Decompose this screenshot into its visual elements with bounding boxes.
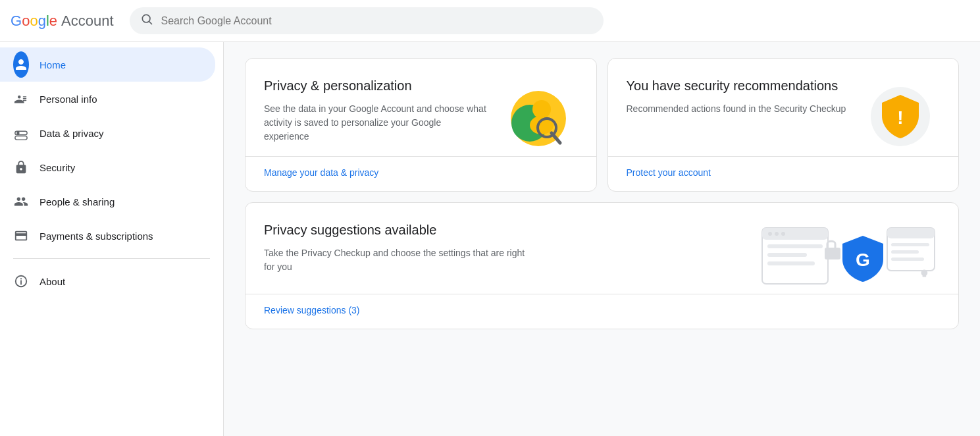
cards-grid: Privacy & personalization See the data i… [245, 58, 959, 192]
suggestions-card-text: Privacy suggestions available Take the P… [264, 221, 745, 274]
svg-rect-33 [891, 258, 924, 261]
info-icon [13, 273, 29, 289]
svg-rect-30 [887, 228, 935, 238]
privacy-suggestions-card: Privacy suggestions available Take the P… [245, 202, 959, 329]
card-icon [13, 228, 29, 244]
search-bar[interactable] [130, 7, 604, 34]
svg-point-22 [781, 232, 785, 236]
home-icon [13, 57, 29, 72]
security-card: You have security recommendations Recomm… [607, 58, 960, 192]
sidebar-item-personal-info[interactable]: Personal info [0, 82, 215, 116]
sidebar-label-about: About [39, 276, 65, 287]
svg-rect-23 [767, 244, 823, 248]
svg-line-1 [149, 22, 151, 24]
account-wordmark: Account [61, 13, 114, 30]
main-content: Privacy & personalization See the data i… [224, 42, 980, 436]
suggestions-card-title: Privacy suggestions available [264, 221, 745, 238]
logo: Google Account [11, 13, 114, 30]
security-shield-bg: ! [871, 87, 930, 146]
svg-point-13 [532, 100, 551, 119]
search-input[interactable] [161, 15, 593, 27]
svg-point-20 [768, 232, 772, 236]
svg-text:!: ! [897, 107, 903, 128]
svg-rect-24 [767, 253, 807, 257]
sidebar-label-home: Home [39, 59, 66, 70]
privacy-card-title: Privacy & personalization [264, 77, 488, 94]
google-wordmark: Google [11, 13, 57, 30]
sidebar-label-personal-info: Personal info [39, 94, 97, 105]
svg-point-6 [16, 132, 20, 135]
sidebar: Home Personal info [0, 42, 224, 436]
suggestions-card-content: Privacy suggestions available Take the P… [264, 221, 940, 294]
sidebar-item-about[interactable]: About [0, 264, 215, 298]
svg-point-0 [142, 14, 150, 22]
privacy-card-image [499, 77, 578, 156]
privacy-card-link[interactable]: Manage your data & privacy [264, 157, 578, 191]
security-card-title: You have security recommendations [627, 77, 851, 94]
page-layout: Home Personal info [0, 42, 980, 436]
security-card-image: ! [861, 77, 940, 156]
privacy-card-text: Privacy & personalization See the data i… [264, 77, 488, 144]
svg-rect-2 [23, 98, 27, 99]
sidebar-item-home[interactable]: Home [0, 47, 215, 82]
suggestions-card-link[interactable]: Review suggestions (3) [264, 294, 940, 329]
svg-rect-7 [15, 136, 27, 140]
svg-rect-4 [23, 96, 27, 97]
sidebar-item-data-privacy[interactable]: Data & privacy [0, 116, 215, 150]
sidebar-item-security[interactable]: Security [0, 150, 215, 184]
security-card-content: You have security recommendations Recomm… [627, 77, 941, 156]
svg-rect-3 [23, 100, 27, 101]
search-icon [140, 13, 153, 29]
sidebar-label-payments: Payments & subscriptions [39, 231, 153, 242]
person-icon [13, 91, 29, 107]
svg-rect-26 [825, 248, 840, 259]
suggestions-card-desc: Take the Privacy Checkup and choose the … [264, 246, 527, 274]
sidebar-item-payments[interactable]: Payments & subscriptions [0, 219, 215, 253]
sidebar-label-data-privacy: Data & privacy [39, 128, 104, 139]
people-icon [13, 194, 29, 209]
privacy-personalization-card: Privacy & personalization See the data i… [245, 58, 597, 192]
header: Google Account [0, 0, 980, 42]
suggestions-card-image: G [756, 221, 940, 294]
privacy-card-desc: See the data in your Google Account and … [264, 102, 488, 144]
privacy-card-content: Privacy & personalization See the data i… [264, 77, 578, 156]
toggle-icon [13, 125, 29, 141]
security-card-link[interactable]: Protect your account [627, 157, 941, 191]
svg-rect-31 [891, 243, 929, 246]
sidebar-label-security: Security [39, 162, 75, 173]
svg-rect-32 [891, 250, 919, 254]
sidebar-divider [13, 258, 210, 259]
sidebar-label-people-sharing: People & sharing [39, 196, 115, 207]
svg-rect-25 [767, 261, 815, 265]
security-card-desc: Recommended actions found in the Securit… [627, 102, 851, 116]
svg-point-21 [775, 232, 779, 236]
svg-text:G: G [856, 250, 870, 270]
security-card-text: You have security recommendations Recomm… [627, 77, 851, 116]
lock-icon [13, 159, 29, 175]
sidebar-item-people-sharing[interactable]: People & sharing [0, 184, 215, 219]
